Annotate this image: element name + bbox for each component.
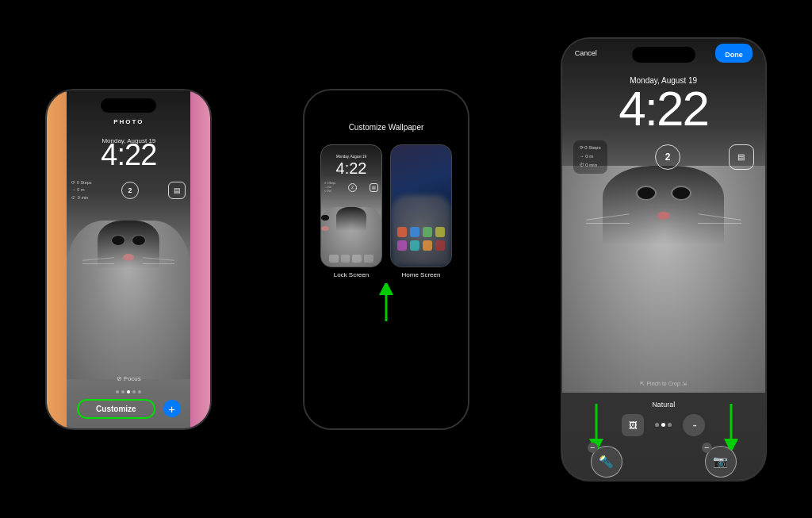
- camera-icon-container[interactable]: − 📷: [705, 446, 737, 478]
- phone1-time: 4:22: [67, 138, 190, 172]
- phone3-widgets: ⟳ 0 Steps → 0 m ⏱ 0 min 2 ▤: [573, 140, 754, 174]
- mini-time: 4:22: [321, 159, 381, 178]
- customize-wallpaper-title: Customize Wallpaper: [349, 119, 424, 133]
- lockscreen-label: Lock Screen: [334, 271, 369, 278]
- mini-circle: 2: [348, 183, 357, 192]
- homescreen-icons: [397, 227, 445, 251]
- mini-square: ▤: [370, 183, 378, 192]
- phone3-square-widget: ▤: [729, 144, 754, 170]
- green-arrow-torch: [584, 402, 608, 450]
- filter-row: 🖼 ···: [622, 414, 705, 436]
- phone3-steps-widget: ⟳ 0 Steps → 0 m ⏱ 0 min: [573, 140, 607, 174]
- filter-label: Natural: [652, 401, 675, 409]
- green-arrow-container: [374, 283, 398, 323]
- homescreen-label: Home Screen: [402, 271, 441, 278]
- phone3-bottom-panel: Natural 🖼 ··· − 🔦: [562, 393, 765, 480]
- mini-steps: ⟳ 0 Steps → 0 m ⏱ 0 m: [324, 182, 335, 194]
- focus-label: ⊘ Focus: [67, 370, 190, 384]
- customize-button[interactable]: Customize: [77, 399, 155, 419]
- phone1-widgets: ⟳ 0 Steps → 0 m ⏱ 0 min 2 ▤: [71, 179, 186, 203]
- torch-minus-badge: −: [588, 443, 598, 453]
- mini-grid: [329, 255, 373, 263]
- mini-widgets: ⟳ 0 Steps → 0 m ⏱ 0 m 2 ▤: [324, 182, 378, 194]
- side-thumbnail-left: [47, 90, 67, 428]
- page-dots: [67, 390, 190, 393]
- pinch-to-crop: ⇱ Pinch to Crop ⇲: [562, 374, 765, 389]
- green-arrow-camera: [719, 402, 743, 450]
- phone3-circle-widget: 2: [655, 144, 680, 170]
- wallpaper-options: Monday, August 19 4:22 ⟳ 0 Steps → 0 m ⏱…: [320, 144, 452, 278]
- steps-widget: ⟳ 0 Steps → 0 m ⏱ 0 min: [71, 179, 91, 203]
- photo-label: PHOTO: [67, 113, 190, 127]
- camera-minus-badge: −: [702, 443, 712, 453]
- more-options-button[interactable]: ···: [683, 414, 705, 436]
- phone-2: Customize Wallpaper Monday, August 19 4:…: [303, 89, 469, 430]
- torch-icon-container[interactable]: − 🔦: [591, 446, 622, 478]
- filter-dots-row: [655, 423, 672, 427]
- square-widget: ▤: [168, 182, 186, 199]
- green-up-arrow: [374, 283, 398, 323]
- bottom-icons-row: − 🔦 − 📷: [562, 446, 765, 478]
- cat-face-phone1: [67, 221, 190, 379]
- photo-icon[interactable]: 🖼: [622, 414, 644, 436]
- phone3-cat-area: [562, 166, 765, 393]
- phone3-time: 4:22: [562, 80, 765, 136]
- phone3-header: Cancel Done: [562, 39, 765, 67]
- homescreen-option[interactable]: Home Screen: [390, 144, 452, 278]
- lockscreen-option[interactable]: Monday, August 19 4:22 ⟳ 0 Steps → 0 m ⏱…: [320, 144, 382, 278]
- cancel-label[interactable]: Cancel: [575, 49, 597, 57]
- side-thumbnail-right: [190, 90, 210, 428]
- dynamic-island-1: [101, 98, 156, 113]
- dynamic-island-2: [358, 98, 414, 113]
- circle-widget: 2: [121, 182, 139, 199]
- bottom-bar: Customize +: [67, 399, 190, 419]
- phone-3: Cancel Done Monday, August 19 4:22 ⟳ 0 S…: [561, 37, 767, 482]
- done-button[interactable]: Done: [715, 44, 753, 63]
- phone-1: PHOTO Monday, August 19 4:22 ⟳ 0 Steps →…: [45, 89, 212, 430]
- mini-date: Monday, August 19: [321, 155, 381, 159]
- plus-button[interactable]: +: [163, 400, 181, 417]
